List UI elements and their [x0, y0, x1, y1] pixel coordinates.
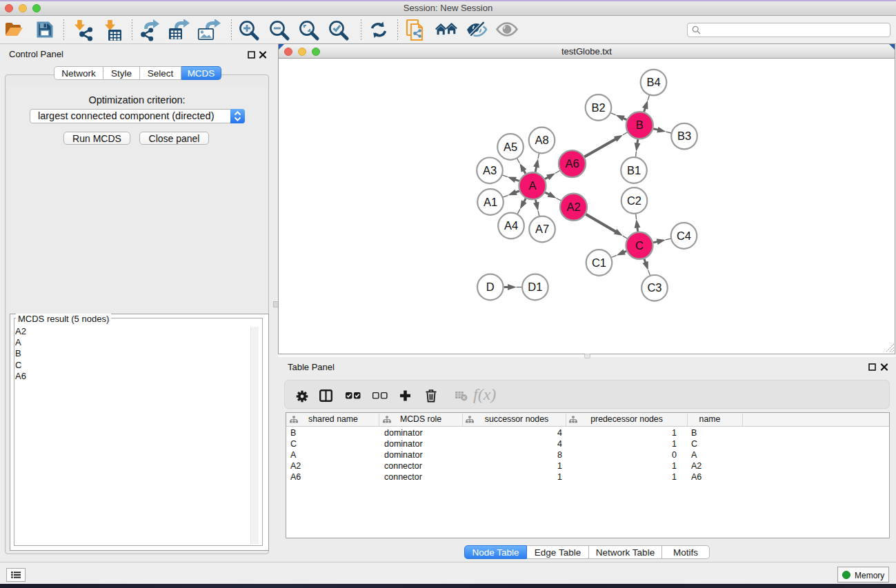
svg-text:A: A [528, 179, 536, 192]
svg-text:A8: A8 [535, 134, 548, 146]
svg-text:C3: C3 [647, 281, 661, 294]
svg-text:A1: A1 [484, 196, 497, 208]
svg-text:A2: A2 [566, 201, 580, 213]
svg-text:A3: A3 [483, 164, 497, 176]
svg-text:A6: A6 [565, 157, 579, 170]
svg-text:B4: B4 [646, 76, 660, 88]
svg-text:D1: D1 [528, 281, 542, 293]
svg-text:B: B [636, 119, 644, 131]
svg-text:B2: B2 [591, 101, 605, 114]
svg-text:A5: A5 [504, 141, 517, 153]
svg-text:C2: C2 [627, 194, 641, 207]
svg-text:A4: A4 [504, 219, 518, 232]
svg-text:C4: C4 [677, 230, 691, 242]
svg-text:B3: B3 [677, 130, 691, 142]
svg-text:D: D [486, 281, 495, 293]
svg-text:C: C [635, 239, 644, 252]
svg-text:A7: A7 [535, 223, 549, 235]
svg-text:C1: C1 [592, 256, 606, 269]
svg-text:B1: B1 [627, 164, 641, 176]
